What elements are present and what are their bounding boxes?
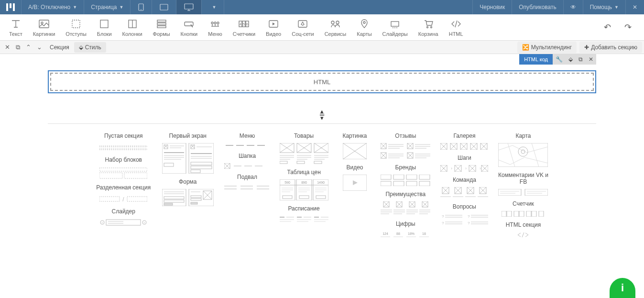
template-counter[interactable] xyxy=(502,211,545,217)
template-faq[interactable]: ???? xyxy=(440,214,488,225)
element-delete-icon[interactable]: ✕ xyxy=(586,56,596,63)
template-steps[interactable]: ››› xyxy=(440,165,488,172)
template-products[interactable] xyxy=(280,143,328,164)
device-desktop[interactable] xyxy=(176,0,202,14)
eye-icon: 👁 xyxy=(570,4,576,11)
logo[interactable] xyxy=(0,0,22,14)
template-header[interactable] xyxy=(224,163,270,169)
page-dropdown[interactable]: Страница▼ xyxy=(84,0,131,14)
tool-social[interactable]: Соц-сети xyxy=(286,14,319,40)
resize-handle[interactable]: ▴═▾ xyxy=(48,110,596,120)
ab-toggle[interactable]: A/B: Отключено▼ xyxy=(22,0,84,14)
template-title: Расписание xyxy=(288,205,320,212)
svg-rect-44 xyxy=(99,149,147,150)
template-menu[interactable] xyxy=(226,143,269,148)
redo-button[interactable]: ↷ xyxy=(624,22,632,33)
element-copy-icon[interactable]: ⧉ xyxy=(576,56,586,63)
tool-text[interactable]: Текст xyxy=(4,14,28,40)
template-empty[interactable] xyxy=(99,143,147,152)
device-more[interactable]: ▼ xyxy=(202,0,224,14)
svg-point-39 xyxy=(394,27,395,28)
template-map[interactable] xyxy=(498,143,548,167)
tool-cart[interactable]: Корзина xyxy=(413,14,444,40)
preview-button[interactable]: 👁 xyxy=(563,0,583,14)
svg-rect-147 xyxy=(283,196,292,199)
template-team[interactable] xyxy=(440,187,488,199)
help-fab[interactable]: i xyxy=(610,278,635,298)
draft-status[interactable]: Черновик xyxy=(472,0,512,14)
svg-rect-53 xyxy=(106,220,141,225)
template-gallery[interactable] xyxy=(440,143,488,150)
template-schedule[interactable] xyxy=(280,216,328,223)
template-slider[interactable]: ‹› xyxy=(99,219,147,226)
html-block[interactable]: HTML xyxy=(48,70,596,93)
svg-point-289 xyxy=(518,147,528,156)
element-style-icon[interactable]: ⬙ xyxy=(566,56,576,63)
caret-icon: ▼ xyxy=(212,5,216,10)
tool-maps[interactable]: Карты xyxy=(351,14,377,40)
template-title: Шапка xyxy=(239,153,256,159)
tool-buttons[interactable]: Кнопки xyxy=(175,14,203,40)
add-section-button[interactable]: ✚Добавить секцию xyxy=(579,42,642,53)
svg-text:›: › xyxy=(480,166,481,171)
help-dropdown[interactable]: Помощь▼ xyxy=(583,0,625,14)
tool-services[interactable]: Сервисы xyxy=(319,14,352,40)
template-benefits[interactable] xyxy=(381,201,430,216)
template-comments[interactable] xyxy=(498,189,548,196)
svg-rect-294 xyxy=(525,189,548,196)
tool-columns[interactable]: Колонки xyxy=(117,14,148,40)
template-title: Товары xyxy=(294,132,314,139)
element-settings-icon[interactable]: 🔧 xyxy=(553,56,566,63)
tool-sliders[interactable]: Слайдеры xyxy=(377,14,413,40)
section-close-icon[interactable]: ✕ xyxy=(2,44,13,51)
device-mobile[interactable] xyxy=(131,0,152,14)
template-form[interactable] xyxy=(162,189,214,206)
template-hero[interactable] xyxy=(162,143,214,174)
element-badge-label[interactable]: HTML код xyxy=(519,54,553,65)
template-brands[interactable] xyxy=(381,175,430,186)
close-button[interactable]: ✕ xyxy=(625,0,644,14)
tool-html[interactable]: HTML xyxy=(444,14,469,40)
template-split[interactable]: / xyxy=(99,195,147,203)
template-reviews[interactable] xyxy=(381,143,430,159)
template-title: Шаги xyxy=(458,155,471,161)
template-video[interactable] xyxy=(343,175,367,191)
svg-point-21 xyxy=(217,22,219,24)
template-html-section[interactable] xyxy=(516,232,530,238)
section-down-icon[interactable]: ⌄ xyxy=(34,44,45,51)
tool-video[interactable]: Видео xyxy=(261,14,286,40)
section-copy-icon[interactable]: ⧉ xyxy=(13,44,23,51)
svg-rect-59 xyxy=(164,145,168,149)
undo-button[interactable]: ↶ xyxy=(604,22,611,33)
svg-rect-16 xyxy=(157,23,166,25)
tool-images[interactable]: Картинки xyxy=(28,14,61,40)
toolbar: Текст Картинки Отступы Блоки Колонки Фор… xyxy=(0,14,644,41)
template-image[interactable] xyxy=(343,143,367,159)
device-tablet[interactable] xyxy=(152,0,176,14)
tool-forms[interactable]: Формы xyxy=(148,14,175,40)
svg-text:124: 124 xyxy=(382,232,388,235)
template-title: Цифры xyxy=(396,221,415,227)
svg-rect-196 xyxy=(406,181,417,186)
multilanding-button[interactable]: 🔀Мультилендинг xyxy=(517,42,577,53)
template-blocks[interactable] xyxy=(99,167,147,179)
svg-rect-194 xyxy=(381,181,391,186)
tool-counters[interactable]: 456Счетчики xyxy=(228,14,261,40)
svg-text:4: 4 xyxy=(240,22,242,26)
svg-rect-190 xyxy=(381,175,391,179)
template-numbers[interactable]: 1248818%18 xyxy=(381,231,430,238)
template-pricing[interactable]: 5908901490 xyxy=(280,179,328,200)
section-label: Секция xyxy=(45,44,74,51)
section-up-icon[interactable]: ⌃ xyxy=(23,44,34,51)
tool-menu[interactable]: Меню xyxy=(203,14,228,40)
publish-button[interactable]: Опубликовать xyxy=(512,0,563,14)
svg-text:›: › xyxy=(144,221,145,224)
section-style-button[interactable]: ⬙Стиль xyxy=(74,42,106,53)
tool-padding[interactable]: Отступы xyxy=(60,14,92,40)
svg-text:?: ? xyxy=(442,221,444,225)
template-footer[interactable] xyxy=(224,184,270,191)
tool-blocks[interactable]: Блоки xyxy=(92,14,117,40)
template-title: HTML секция xyxy=(506,221,541,228)
svg-rect-149 xyxy=(316,196,326,199)
svg-text:590: 590 xyxy=(284,181,290,184)
